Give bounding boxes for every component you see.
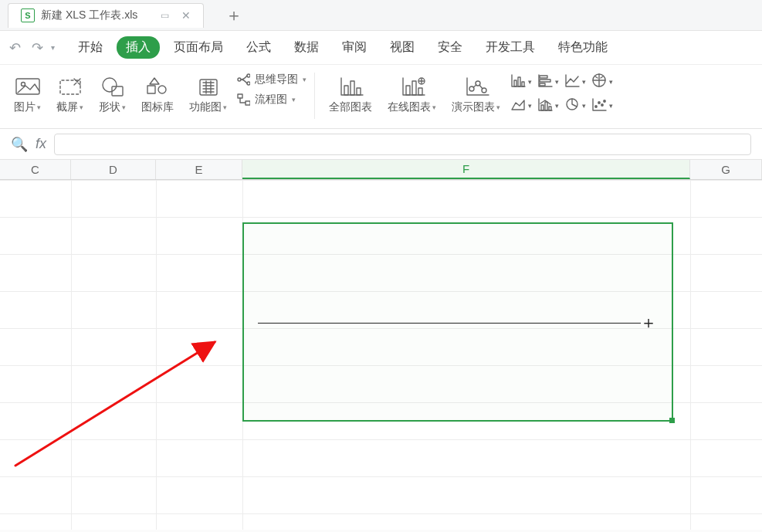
present-chart-label: 演示图表 <box>452 100 495 114</box>
ribbon-insert: 图片▾ 截屏▾ 形状▾ 图标库 功能图▾ <box>0 65 762 129</box>
window-toggle-icon[interactable]: ▭ <box>161 10 169 21</box>
picture-icon <box>15 73 41 100</box>
svg-rect-30 <box>545 102 547 110</box>
menu-view[interactable]: 视图 <box>381 36 424 59</box>
online-chart-icon <box>398 73 426 100</box>
column-line-icon <box>537 97 554 114</box>
svg-point-35 <box>598 102 600 103</box>
svg-rect-31 <box>549 107 551 110</box>
icon-library-icon <box>145 73 170 100</box>
insert-picture-label: 图片 <box>14 100 36 114</box>
sheet-badge-icon: S <box>21 8 35 22</box>
drawn-line-shape[interactable] <box>258 323 641 324</box>
redo-button[interactable]: ↷ <box>29 38 46 58</box>
name-box-zoom-icon[interactable]: 🔍 <box>11 136 28 153</box>
mindmap-icon <box>236 73 250 86</box>
all-charts-button[interactable]: 全部图表 <box>323 71 378 116</box>
svg-rect-14 <box>351 81 354 95</box>
new-tab-button[interactable]: ＋ <box>225 7 242 24</box>
svg-rect-24 <box>518 77 520 86</box>
svg-rect-16 <box>406 86 410 95</box>
svg-point-36 <box>601 104 603 106</box>
svg-rect-7 <box>200 80 217 95</box>
formula-input[interactable] <box>54 134 751 155</box>
pie-chart-mini-button[interactable]: ▾ <box>564 97 586 114</box>
col-header-d[interactable]: D <box>71 160 156 179</box>
annotation-arrow <box>0 180 247 504</box>
menu-devtools[interactable]: 开发工具 <box>476 36 544 59</box>
bar-chart-mini-button[interactable]: ▾ <box>510 73 532 90</box>
menu-insert[interactable]: 插入 <box>117 36 160 59</box>
area-chart-icon <box>510 97 527 114</box>
menu-start[interactable]: 开始 <box>69 36 112 59</box>
menu-bar: ↶ ↷ ▾ 开始 插入 页面布局 公式 数据 审阅 视图 安全 开发工具 特色功… <box>0 31 762 65</box>
function-chart-button[interactable]: 功能图▾ <box>183 71 233 116</box>
flowchart-button[interactable]: 流程图▾ <box>236 93 306 107</box>
col-header-c[interactable]: C <box>0 160 71 179</box>
mindmap-label: 思维导图 <box>255 73 298 86</box>
screenshot-icon <box>57 73 83 100</box>
menu-page-layout[interactable]: 页面布局 <box>164 36 232 59</box>
hbar-chart-mini-button[interactable]: ▾ <box>537 73 559 90</box>
online-chart-button[interactable]: 在线图表▾ <box>381 71 442 116</box>
col-header-f[interactable]: F <box>242 160 690 179</box>
mindmap-button[interactable]: 思维导图▾ <box>236 73 306 86</box>
flowchart-icon <box>236 93 250 107</box>
svg-line-38 <box>15 342 215 466</box>
hbar-chart-icon <box>537 73 554 90</box>
shape-button[interactable]: 形状▾ <box>93 71 132 116</box>
svg-rect-5 <box>147 86 155 93</box>
menu-formula[interactable]: 公式 <box>237 36 280 59</box>
scatter-chart-mini-button[interactable]: ▾ <box>591 97 613 114</box>
col-header-e[interactable]: E <box>156 160 242 179</box>
svg-rect-15 <box>357 88 361 95</box>
svg-rect-17 <box>412 81 416 95</box>
svg-rect-29 <box>541 105 544 110</box>
bar-chart-icon <box>510 73 527 90</box>
svg-rect-26 <box>540 76 547 78</box>
col-header-g[interactable]: G <box>690 160 762 179</box>
line-chart-icon <box>564 73 581 90</box>
column-headers: C D E F G <box>0 160 762 180</box>
menu-special[interactable]: 特色功能 <box>549 36 617 59</box>
function-chart-label: 功能图 <box>189 100 222 114</box>
menu-data[interactable]: 数据 <box>285 36 328 59</box>
close-tab-icon[interactable]: ✕ <box>181 9 191 22</box>
screenshot-button[interactable]: 截屏▾ <box>50 71 90 116</box>
formula-bar: 🔍 fx <box>0 129 762 160</box>
scatter-chart-icon <box>591 97 608 114</box>
selected-cell[interactable] <box>242 222 673 422</box>
quick-access-more[interactable]: ▾ <box>51 43 55 52</box>
svg-point-3 <box>103 78 117 92</box>
svg-rect-11 <box>238 94 242 98</box>
svg-point-1 <box>21 83 25 86</box>
svg-point-37 <box>604 100 605 102</box>
function-chart-icon <box>196 73 221 100</box>
shape-icon <box>100 73 126 100</box>
spreadsheet-grid[interactable]: C D E F G ＋ <box>0 160 762 530</box>
icon-library-label: 图标库 <box>141 100 174 114</box>
ribbon-separator <box>314 73 315 119</box>
svg-rect-18 <box>418 88 422 95</box>
menu-security[interactable]: 安全 <box>428 36 472 59</box>
document-tab[interactable]: S 新建 XLS 工作表.xls ▭ ✕ <box>8 3 204 28</box>
svg-rect-23 <box>514 80 516 86</box>
shape-label: 形状 <box>99 100 120 114</box>
stock-chart-mini-button[interactable]: ▾ <box>591 73 613 90</box>
screenshot-label: 截屏 <box>56 100 78 114</box>
svg-point-34 <box>595 106 597 107</box>
svg-rect-12 <box>246 101 250 105</box>
icon-library-button[interactable]: 图标库 <box>135 71 180 116</box>
line-chart-mini-button[interactable]: ▾ <box>564 73 586 90</box>
column-line-mini-button[interactable]: ▾ <box>537 97 559 114</box>
document-title: 新建 XLS 工作表.xls <box>41 8 137 22</box>
undo-button[interactable]: ↶ <box>6 38 24 58</box>
present-chart-button[interactable]: 演示图表▾ <box>445 71 506 116</box>
area-chart-mini-button[interactable]: ▾ <box>510 97 532 114</box>
menu-review[interactable]: 审阅 <box>333 36 376 59</box>
selection-fill-handle[interactable] <box>669 418 675 423</box>
online-chart-label: 在线图表 <box>388 100 431 114</box>
insert-picture-button[interactable]: 图片▾ <box>8 71 47 116</box>
all-charts-label: 全部图表 <box>329 100 372 114</box>
fx-icon[interactable]: fx <box>36 136 46 152</box>
